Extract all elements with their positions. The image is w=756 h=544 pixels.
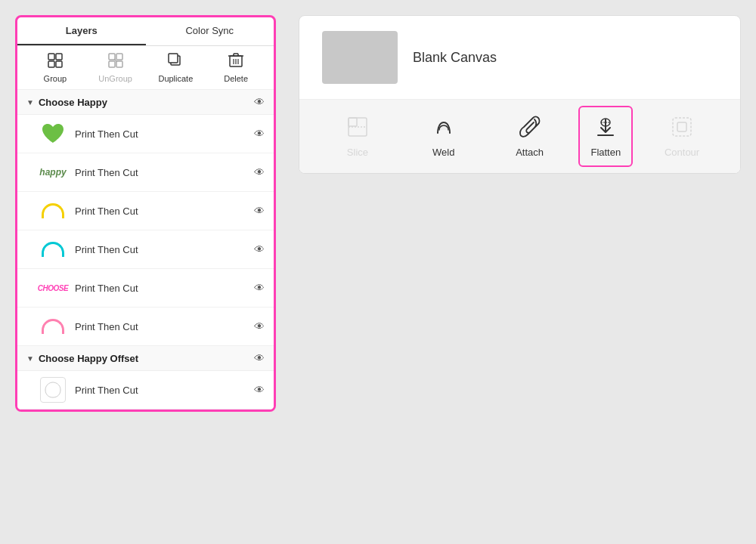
flatten-button[interactable]: Flatten	[578, 106, 633, 167]
duplicate-label: Duplicate	[158, 74, 193, 83]
list-item[interactable]: Print Then Cut 👁	[17, 308, 274, 346]
svg-rect-2	[48, 61, 54, 67]
group-button[interactable]: Group	[36, 52, 74, 83]
visibility-toggle-6[interactable]: 👁	[254, 320, 265, 332]
layers-list: ▼ Choose Happy 👁 Print Then Cut 👁 happy …	[17, 90, 274, 410]
layer-label-7: Print Then Cut	[75, 385, 254, 396]
canvas-thumbnail	[322, 31, 398, 84]
tab-layers[interactable]: Layers	[17, 17, 146, 45]
layer-label-1: Print Then Cut	[75, 128, 254, 140]
attach-button[interactable]: Attach	[503, 115, 556, 158]
flatten-icon	[593, 115, 618, 142]
group-choose-happy-label: Choose Happy	[39, 97, 254, 108]
ungroup-icon	[107, 52, 124, 71]
layer-thumbnail-arch-yellow	[39, 196, 67, 225]
attach-label: Attach	[516, 147, 544, 158]
list-item[interactable]: happy Print Then Cut 👁	[17, 153, 274, 192]
layer-thumbnail-white-blob	[39, 376, 67, 404]
contour-button[interactable]: Contour	[655, 115, 708, 158]
svg-rect-0	[48, 54, 54, 60]
canvas-title: Blank Canvas	[413, 50, 497, 66]
canvas-preview: Blank Canvas	[299, 16, 740, 100]
duplicate-icon	[167, 52, 184, 71]
visibility-toggle-5[interactable]: 👁	[254, 282, 265, 294]
arch-yellow-shape	[42, 203, 64, 218]
svg-rect-20	[349, 118, 357, 126]
arch-pink-shape	[42, 319, 64, 334]
chevron-down-icon-2: ▼	[26, 354, 34, 363]
arch-cyan-shape	[42, 242, 64, 257]
layer-label-3: Print Then Cut	[75, 206, 254, 217]
chevron-down-icon: ▼	[26, 98, 34, 107]
list-item[interactable]: Print Then Cut 👁	[17, 192, 274, 230]
visibility-toggle-1[interactable]: 👁	[254, 128, 265, 140]
svg-rect-5	[116, 54, 122, 60]
operations-bar: Slice Weld Attach	[299, 100, 740, 173]
layer-thumbnail-choose: CHOOSE	[39, 274, 67, 302]
weld-label: Weld	[432, 147, 454, 158]
layer-label-2: Print Then Cut	[75, 167, 254, 178]
visibility-toggle-group2[interactable]: 👁	[254, 352, 265, 364]
layer-thumbnail-arch-cyan	[39, 235, 67, 264]
choose-text-icon: CHOOSE	[38, 284, 68, 292]
attach-icon	[518, 115, 542, 142]
layer-thumbnail-happy: happy	[39, 158, 67, 187]
delete-button[interactable]: Delete	[217, 52, 255, 83]
svg-rect-4	[109, 54, 115, 60]
svg-rect-7	[116, 61, 122, 67]
group-icon	[47, 52, 64, 71]
svg-rect-10	[169, 54, 178, 63]
ungroup-label: UnGroup	[98, 74, 132, 83]
svg-rect-3	[56, 61, 62, 67]
tab-color-sync[interactable]: Color Sync	[146, 17, 274, 45]
slice-icon	[345, 115, 370, 142]
layer-label-5: Print Then Cut	[75, 283, 254, 294]
group-choose-happy-offset-label: Choose Happy Offset	[39, 353, 254, 364]
visibility-toggle-group1[interactable]: 👁	[254, 96, 265, 108]
svg-rect-6	[109, 61, 115, 67]
tab-bar: Layers Color Sync	[17, 17, 274, 46]
list-item[interactable]: Print Then Cut 👁	[17, 371, 274, 410]
visibility-toggle-4[interactable]: 👁	[254, 243, 265, 255]
weld-icon	[432, 115, 456, 142]
layers-toolbar: Group UnGroup Duplicate	[17, 46, 274, 90]
slice-label: Slice	[347, 147, 368, 158]
group-choose-happy-header[interactable]: ▼ Choose Happy 👁	[17, 90, 274, 115]
layers-panel: Layers Color Sync Group	[15, 15, 276, 412]
layer-label-4: Print Then Cut	[75, 244, 254, 255]
layer-thumbnail-heart	[39, 119, 67, 148]
visibility-toggle-2[interactable]: 👁	[254, 166, 265, 178]
group-label: Group	[44, 74, 67, 83]
visibility-toggle-7[interactable]: 👁	[254, 384, 265, 396]
slice-button[interactable]: Slice	[331, 115, 384, 158]
delete-label: Delete	[224, 74, 248, 83]
list-item[interactable]: Print Then Cut 👁	[17, 115, 274, 153]
list-item[interactable]: CHOOSE Print Then Cut 👁	[17, 269, 274, 308]
layer-thumbnail-arch-pink	[39, 312, 67, 341]
weld-button[interactable]: Weld	[417, 115, 470, 158]
duplicate-button[interactable]: Duplicate	[156, 52, 194, 83]
operations-panel: Blank Canvas Slice Weld	[299, 15, 741, 174]
happy-text-icon: happy	[39, 167, 66, 178]
flatten-label: Flatten	[590, 147, 621, 158]
ungroup-button[interactable]: UnGroup	[97, 52, 135, 83]
contour-icon	[670, 115, 694, 142]
layer-label-6: Print Then Cut	[75, 321, 254, 332]
delete-icon	[228, 52, 243, 71]
svg-rect-1	[56, 54, 62, 60]
visibility-toggle-3[interactable]: 👁	[254, 205, 265, 217]
svg-rect-27	[677, 122, 686, 131]
group-choose-happy-offset-header[interactable]: ▼ Choose Happy Offset 👁	[17, 346, 274, 371]
list-item[interactable]: Print Then Cut 👁	[17, 230, 274, 269]
white-blob-shape	[40, 377, 66, 403]
svg-rect-26	[673, 118, 691, 136]
contour-label: Contour	[665, 147, 699, 158]
